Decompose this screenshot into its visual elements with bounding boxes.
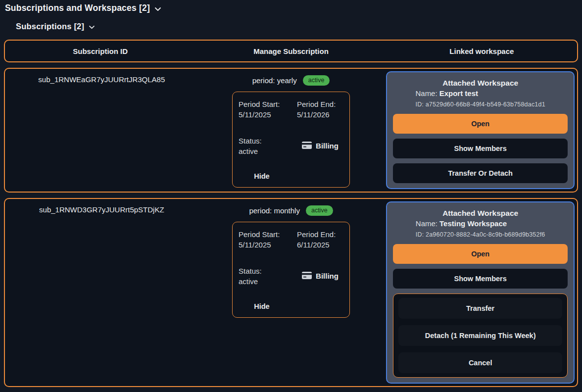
billing-button[interactable]: Billing [302,142,339,150]
workspace-info: Name:Export test ID: a7529d60-66b8-49f4-… [415,89,545,108]
manage-subscription-cell: period: yearly active Period Start: 5/11… [196,71,386,188]
workspace-name: Export test [439,89,478,98]
transfer-button[interactable]: Transfer [398,298,562,319]
billing-label: Billing [316,142,339,150]
subscription-id-text: sub_1RNWEaGR7yJUURrtJR3QLA85 [7,71,196,84]
section-title: Subscriptions [2] [16,22,84,31]
workspace-buttons: Open Show Members Transfer Or Detach [393,114,568,183]
billing-button[interactable]: Billing [302,272,339,281]
status-value: active [239,146,291,156]
credit-card-icon [302,142,312,150]
workspace-name-line: Name:Export test [415,89,545,98]
manage-subscription-cell: period: monthly active Period Start: 5/1… [196,201,386,318]
period-end: Period End: 6/11/2025 [291,229,349,250]
transfer-detach-menu: Transfer Detach (1 Remaining This Week) … [393,294,568,378]
hide-button[interactable]: Hide [254,302,269,310]
column-header-subscription-id: Subscription ID [5,47,195,55]
workspace-name-line: Name:Testing Workspace [416,219,545,228]
period-label: period: monthly [249,206,300,215]
status-value: active [239,276,291,287]
status-label: Status: [239,266,291,276]
workspace-name-label: Name: [415,89,437,98]
section-subscriptions[interactable]: Subscriptions [2] [16,22,578,31]
workspace-info: Name:Testing Workspace ID: 2a960720-8882… [416,219,545,238]
workspace-card-title: Attached Workspace [393,209,568,218]
hide-cell: Hide [233,302,291,310]
subscription-row: sub_1RNWD3GR7yJUURrt5pSTDjKZ period: mon… [4,198,578,387]
period-label: period: yearly [252,76,297,85]
workspace-name-label: Name: [416,219,437,228]
show-members-button[interactable]: Show Members [393,139,568,158]
page-title: Subscriptions and Workspaces [2] [5,3,150,13]
period-start-label: Period Start: [239,229,291,240]
table-header: Subscription ID Manage Subscription Link… [4,40,578,62]
linked-workspace-cell: Attached Workspace Name:Export test ID: … [386,71,575,190]
billing-label: Billing [316,272,339,280]
status-label: Status: [239,136,291,146]
status-badge: active [303,75,330,86]
workspace-card: Attached Workspace Name:Testing Workspac… [386,201,575,384]
status-badge: active [306,205,333,216]
hide-cell: Hide [233,172,291,180]
open-button[interactable]: Open [393,114,568,134]
period-end: Period End: 5/11/2026 [291,99,349,120]
section-subscriptions-and-workspaces[interactable]: Subscriptions and Workspaces [2] [5,3,578,13]
period-start-value: 5/11/2025 [239,109,291,120]
cancel-button[interactable]: Cancel [398,352,562,373]
column-header-manage-subscription: Manage Subscription [195,47,386,55]
period-start-label: Period Start: [239,99,291,109]
detach-button[interactable]: Detach (1 Remaining This Week) [398,325,562,346]
linked-workspace-cell: Attached Workspace Name:Testing Workspac… [386,201,575,384]
billing-cell: Billing [291,142,349,150]
subscription-row: sub_1RNWEaGR7yJUURrtJR3QLA85 period: yea… [4,68,578,193]
credit-card-icon [302,272,312,281]
workspace-id: ID: a7529d60-66b8-49f4-b549-63b758dac1d1 [415,101,545,108]
subscription-details-panel: Period Start: 5/11/2025 Period End: 5/11… [232,92,350,188]
transfer-or-detach-button[interactable]: Transfer Or Detach [393,163,568,183]
subscription-details-panel: Period Start: 5/11/2025 Period End: 6/11… [232,222,350,318]
show-members-button[interactable]: Show Members [393,269,568,289]
period-start: Period Start: 5/11/2025 [233,99,291,120]
page-root: Subscriptions and Workspaces [2] Subscri… [0,0,582,391]
workspace-card-title: Attached Workspace [393,79,568,88]
subscription-status: Status: active [233,136,291,156]
workspace-buttons: Open Show Members Transfer Detach (1 Rem… [393,244,568,378]
workspace-name: Testing Workspace [439,219,507,228]
period-end-value: 5/11/2026 [297,109,349,120]
open-button[interactable]: Open [393,244,568,264]
period-end-label: Period End: [297,229,349,240]
workspace-id: ID: 2a960720-8882-4a0c-8c9b-b689d9b352f6 [416,231,545,238]
period-start: Period Start: 5/11/2025 [233,229,291,250]
chevron-down-icon[interactable] [89,25,95,29]
hide-button[interactable]: Hide [254,172,269,180]
subscription-id-text: sub_1RNWD3GR7yJUURrt5pSTDjKZ [7,201,196,214]
period-end-value: 6/11/2025 [297,240,349,250]
subscription-status: Status: active [233,266,291,287]
chevron-down-icon[interactable] [154,7,161,11]
billing-cell: Billing [291,272,349,281]
period-start-value: 5/11/2025 [239,240,291,250]
period-end-label: Period End: [297,99,349,109]
workspace-card: Attached Workspace Name:Export test ID: … [386,71,575,189]
column-header-linked-workspace: Linked workspace [387,47,577,55]
